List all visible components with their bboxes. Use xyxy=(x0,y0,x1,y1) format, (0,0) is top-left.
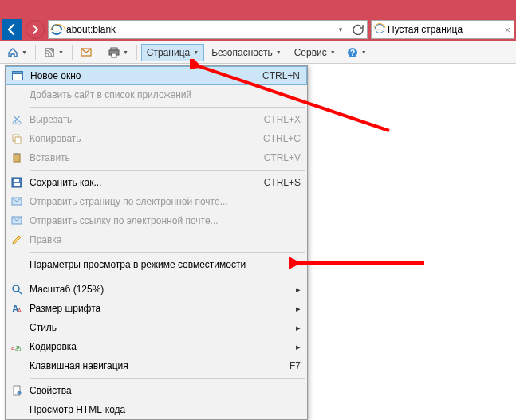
address-dropdown-icon[interactable]: ▼ xyxy=(332,21,349,38)
page-menu-button[interactable]: Страница xyxy=(141,44,204,61)
menu-item-label: Добавить сайт в список приложений xyxy=(30,89,191,100)
svg-point-21 xyxy=(13,285,19,292)
menu-copy: Копировать CTRL+C xyxy=(6,129,307,148)
svg-rect-13 xyxy=(15,137,21,143)
svg-rect-18 xyxy=(14,179,19,182)
menu-properties[interactable]: Свойства xyxy=(6,381,307,400)
menu-item-label: Отправить страницу по электронной почте.… xyxy=(30,196,228,207)
svg-rect-17 xyxy=(14,183,20,186)
menu-keyboard-nav[interactable]: Клавишная навигация F7 xyxy=(6,356,307,375)
menu-item-label: Сохранить как... xyxy=(30,177,101,188)
menu-separator xyxy=(30,378,305,379)
menu-separator xyxy=(30,107,305,108)
help-icon: ? xyxy=(347,47,358,58)
menu-separator xyxy=(30,277,305,277)
svg-rect-15 xyxy=(15,153,18,155)
menu-cut: Вырезать CTRL+X xyxy=(6,110,307,129)
menu-new-window[interactable]: Новое окно CTRL+N xyxy=(6,66,307,85)
menu-item-label: Вставить xyxy=(30,152,70,163)
help-button[interactable]: ? xyxy=(343,44,371,61)
rss-icon xyxy=(44,47,55,58)
security-menu-button[interactable]: Безопасность xyxy=(206,44,286,61)
menu-separator xyxy=(30,170,305,171)
menu-encoding[interactable]: aあ Кодировка xyxy=(6,337,307,356)
feeds-button[interactable] xyxy=(40,44,68,61)
menu-item-label: Свойства xyxy=(30,385,72,396)
printer-icon xyxy=(108,47,120,58)
navigation-bar: ▼ Пустая страница × xyxy=(0,18,516,41)
menu-item-shortcut: CTRL+X xyxy=(264,114,301,125)
command-bar: Страница Безопасность Сервис ? xyxy=(0,41,516,64)
menu-item-label: Параметры просмотра в режиме совместимос… xyxy=(30,259,246,270)
menu-edit: Правка xyxy=(6,230,307,249)
service-menu-button[interactable]: Сервис xyxy=(289,44,341,61)
menu-style[interactable]: Стиль xyxy=(6,318,307,337)
menu-send-link: Отправить ссылку по электронной почте... xyxy=(6,211,307,230)
menu-item-label: Масштаб (125%) xyxy=(30,284,104,295)
menu-item-label: Правка xyxy=(30,234,62,245)
mail-link-icon xyxy=(9,213,25,229)
save-icon xyxy=(9,175,25,190)
mail-page-icon xyxy=(9,194,25,210)
svg-rect-9 xyxy=(13,72,23,74)
forward-button[interactable] xyxy=(26,20,45,39)
menu-add-to-apps: Добавить сайт в список приложений xyxy=(6,85,307,104)
svg-point-11 xyxy=(18,121,21,124)
menu-item-label: Отправить ссылку по электронной почте... xyxy=(30,215,219,226)
menu-item-label: Стиль xyxy=(30,322,57,333)
svg-text:?: ? xyxy=(350,49,355,57)
security-menu-label: Безопасность xyxy=(211,47,273,58)
encoding-icon: aあ xyxy=(9,339,25,355)
address-bar[interactable]: ▼ xyxy=(48,20,368,39)
mail-icon xyxy=(81,48,92,57)
close-icon[interactable]: × xyxy=(504,24,510,36)
menu-item-label: Кодировка xyxy=(30,341,77,352)
menu-font-size[interactable]: AA Размер шрифта xyxy=(6,299,307,318)
properties-icon xyxy=(9,383,25,398)
copy-icon xyxy=(9,131,25,147)
paste-icon xyxy=(9,150,25,166)
ie-icon xyxy=(375,24,384,36)
menu-item-label: Копировать xyxy=(30,133,81,144)
menu-item-label: Просмотр HTML-кода xyxy=(30,404,125,415)
svg-text:あ: あ xyxy=(15,344,22,351)
menu-item-label: Размер шрифта xyxy=(30,303,100,314)
ie-icon xyxy=(49,24,65,35)
menu-item-label: Вырезать xyxy=(30,114,72,125)
menu-paste: Вставить CTRL+V xyxy=(6,148,307,167)
menu-zoom[interactable]: Масштаб (125%) xyxy=(6,280,307,299)
pencil-icon xyxy=(9,232,25,248)
window-icon xyxy=(10,68,26,84)
svg-point-10 xyxy=(13,121,16,124)
mail-button[interactable] xyxy=(77,44,96,61)
svg-rect-14 xyxy=(14,154,20,162)
menu-separator xyxy=(30,252,305,253)
zoom-icon xyxy=(9,281,25,297)
back-button[interactable] xyxy=(2,19,22,40)
menu-compatibility-view[interactable]: Параметры просмотра в режиме совместимос… xyxy=(6,255,307,274)
arrow-right-icon xyxy=(30,24,41,35)
home-button[interactable] xyxy=(3,44,31,61)
menu-item-shortcut: CTRL+N xyxy=(262,70,300,81)
browser-tab[interactable]: Пустая страница × xyxy=(371,20,514,39)
annotation-arrow-2 xyxy=(289,251,432,275)
print-button[interactable] xyxy=(104,44,132,61)
menu-view-source[interactable]: Просмотр HTML-кода xyxy=(6,400,307,419)
page-menu-label: Страница xyxy=(147,47,190,58)
menu-item-shortcut: CTRL+S xyxy=(264,177,301,188)
window-titlebar xyxy=(0,0,516,18)
refresh-icon[interactable] xyxy=(349,21,367,38)
menu-item-shortcut: CTRL+C xyxy=(263,133,301,144)
menu-save-as[interactable]: Сохранить как... CTRL+S xyxy=(6,173,307,192)
menu-item-label: Новое окно xyxy=(30,70,81,81)
address-input[interactable] xyxy=(65,22,332,37)
home-icon xyxy=(7,47,18,58)
menu-send-page: Отправить страницу по электронной почте.… xyxy=(6,192,307,211)
service-menu-label: Сервис xyxy=(294,47,327,58)
menu-item-shortcut: CTRL+V xyxy=(264,152,301,163)
scissors-icon xyxy=(9,112,25,128)
svg-text:A: A xyxy=(18,308,22,313)
svg-rect-5 xyxy=(112,53,116,57)
arrow-left-icon xyxy=(5,22,19,37)
menu-item-shortcut: F7 xyxy=(290,360,301,371)
